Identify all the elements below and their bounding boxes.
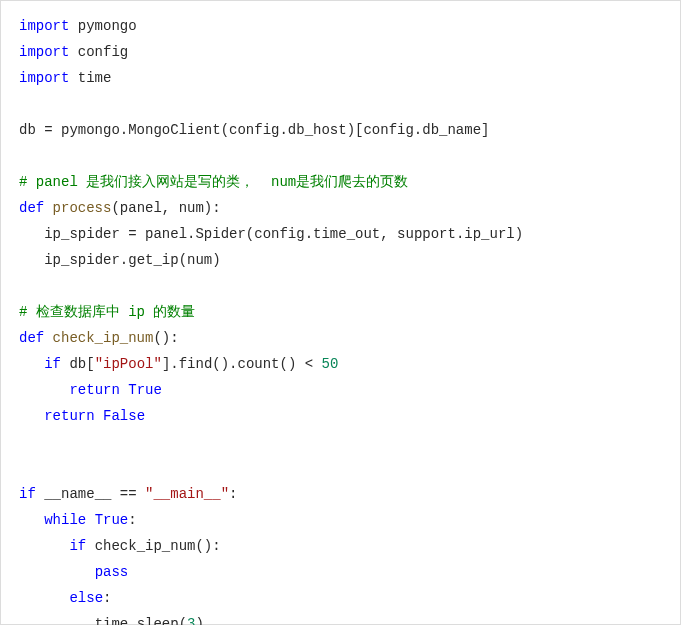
code-token: check_ip_num(): [95, 538, 221, 554]
code-token: return [44, 408, 103, 424]
code-token: pass [95, 564, 129, 580]
code-token: check_ip_num [53, 330, 154, 346]
code-token: : [128, 512, 136, 528]
code-token: (): [153, 330, 178, 346]
code-token: # panel 是我们接入网站是写的类， num是我们爬去的页数 [19, 174, 408, 190]
code-token: False [103, 408, 145, 424]
code-line: # 检查数据库中 ip 的数量 [19, 304, 195, 320]
code-token: return [69, 382, 128, 398]
code-line: def process(panel, num): [19, 200, 221, 216]
code-token: pymongo [78, 18, 137, 34]
code-token: import [19, 18, 78, 34]
code-line: return False [19, 408, 145, 424]
code-token: ip_spider = panel.Spider(config.time_out… [44, 226, 523, 242]
code-token: if [69, 538, 94, 554]
code-token: config [78, 44, 128, 60]
code-token: process [53, 200, 112, 216]
code-token: if [44, 356, 69, 372]
code-line: if check_ip_num(): [19, 538, 221, 554]
code-content: import pymongo import config import time… [19, 13, 662, 625]
code-line: import config [19, 44, 128, 60]
code-line: if __name__ == "__main__": [19, 486, 237, 502]
code-line: import pymongo [19, 18, 137, 34]
code-token: True [95, 512, 129, 528]
code-line: import time [19, 70, 111, 86]
code-token: : [229, 486, 237, 502]
code-line: else: [19, 590, 111, 606]
code-line: pass [19, 564, 128, 580]
code-token: import [19, 44, 78, 60]
code-token: (panel, num): [111, 200, 220, 216]
code-token: ].find().count() < [162, 356, 322, 372]
code-line: return True [19, 382, 162, 398]
code-token: ) [195, 616, 203, 625]
code-token: __name__ == [44, 486, 145, 502]
code-line: db = pymongo.MongoClient(config.db_host)… [19, 122, 489, 138]
code-token: db[ [69, 356, 94, 372]
code-token: : [103, 590, 111, 606]
code-token: "ipPool" [95, 356, 162, 372]
code-token: # 检查数据库中 ip 的数量 [19, 304, 195, 320]
code-line: ip_spider.get_ip(num) [19, 252, 221, 268]
code-token: else [69, 590, 103, 606]
code-token: ip_spider.get_ip(num) [44, 252, 220, 268]
code-token: time [78, 70, 112, 86]
code-line: ip_spider = panel.Spider(config.time_out… [19, 226, 523, 242]
code-token: def [19, 200, 53, 216]
code-line: # panel 是我们接入网站是写的类， num是我们爬去的页数 [19, 174, 408, 190]
code-line: if db["ipPool"].find().count() < 50 [19, 356, 338, 372]
code-token: 50 [322, 356, 339, 372]
code-token: def [19, 330, 53, 346]
code-token: "__main__" [145, 486, 229, 502]
code-line: while True: [19, 512, 137, 528]
code-token: if [19, 486, 44, 502]
code-token: True [128, 382, 162, 398]
code-line: def check_ip_num(): [19, 330, 179, 346]
code-token: while [44, 512, 94, 528]
code-block: import pymongo import config import time… [0, 0, 681, 625]
code-token: db = pymongo.MongoClient(config.db_host)… [19, 122, 489, 138]
code-token: time.sleep( [95, 616, 187, 625]
code-token: import [19, 70, 78, 86]
code-line: time.sleep(3) [19, 616, 204, 625]
